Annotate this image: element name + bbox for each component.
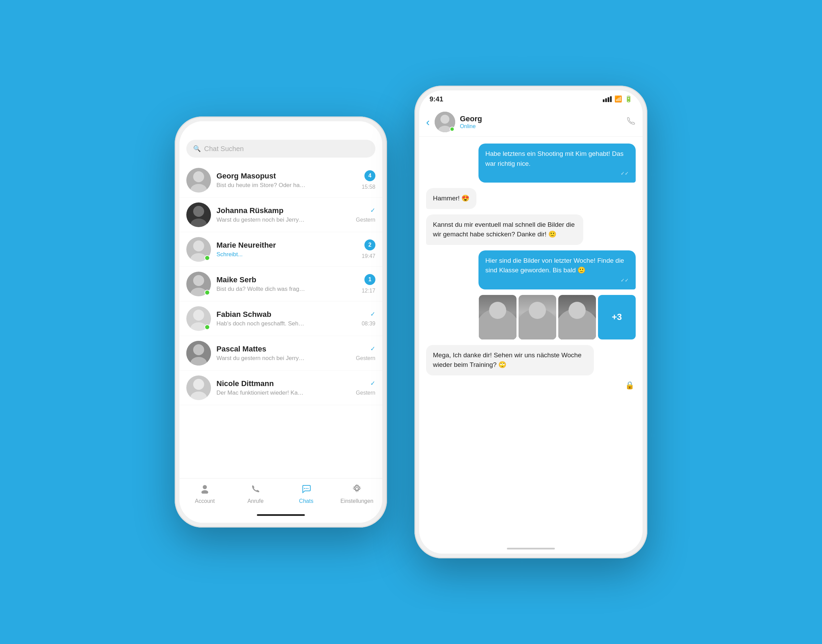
avatar-wrap-maike — [186, 271, 211, 296]
chat-meta-fabian: ✓ 08:39 — [362, 310, 375, 327]
svg-point-0 — [193, 171, 204, 182]
svg-point-8 — [193, 310, 204, 320]
chat-item-johanna[interactable]: Johanna Rüskamp Warst du gestern noch be… — [179, 198, 382, 232]
photo-person-1 — [479, 295, 516, 339]
photo-thumb-2 — [519, 295, 556, 339]
photo-thumb-1 — [479, 295, 516, 339]
search-bar[interactable]: 🔍 Chat Suchen — [186, 140, 375, 158]
online-dot-fabian — [205, 324, 210, 330]
chat-content-pascal: Pascal Mattes Warst du gestern noch bei … — [216, 345, 351, 362]
check-icon-nicole: ✓ — [370, 380, 375, 387]
chat-name-johanna: Johanna Rüskamp — [216, 206, 351, 215]
chat-name-maike: Maike Serb — [216, 275, 356, 284]
chat-item-georg[interactable]: Georg Masopust Bist du heute im Store? O… — [179, 163, 382, 198]
chat-time-nicole: Gestern — [356, 390, 375, 396]
msg-out-2: Hier sind die Bilder von letzter Woche! … — [479, 250, 636, 290]
msg-in-1: Hammer! 😍 — [426, 188, 476, 209]
avatar-wrap-georg — [186, 168, 211, 193]
chat-content-nicole: Nicole Dittmann Der Mac funktioniert wie… — [216, 379, 351, 396]
tab-chats[interactable]: Chats — [281, 484, 332, 504]
back-button[interactable]: ‹ — [426, 116, 430, 129]
chat-name-pascal: Pascal Mattes — [216, 345, 351, 354]
chat-name-georg: Georg Masopust — [216, 172, 356, 181]
avatar-johanna — [186, 202, 211, 227]
tab-account-label: Account — [195, 498, 215, 504]
phone-1-screen: 🔍 Chat Suchen Georg Masop — [179, 121, 382, 523]
chat-item-nicole[interactable]: Nicole Dittmann Der Mac funktioniert wie… — [179, 371, 382, 405]
chat-name-nicole: Nicole Dittmann — [216, 379, 351, 388]
chat-icon — [302, 484, 311, 496]
phone-icon — [251, 484, 260, 496]
search-container: 🔍 Chat Suchen — [179, 136, 382, 163]
avatar-wrap-marie — [186, 237, 211, 262]
tab-einstellungen-label: Einstellungen — [340, 498, 373, 504]
phone-2-screen: 9:41 📶 🔋 ‹ — [419, 90, 643, 554]
chat-preview-maike: Bist du da? Wollte dich was fragen bezüg… — [216, 286, 306, 293]
chat-time-fabian: 08:39 — [362, 320, 375, 327]
chat-time-marie: 19:47 — [362, 253, 375, 259]
msg-text-5: Mega, Ich danke dir! Sehen wir uns nächs… — [433, 351, 582, 369]
chat-content-marie: Marie Neureither Schreibt... — [216, 241, 356, 258]
svg-point-4 — [193, 241, 204, 251]
header-info: Georg Online — [460, 114, 621, 129]
chat-detail-screen: 9:41 📶 🔋 ‹ — [419, 90, 643, 554]
chat-item-maike[interactable]: Maike Serb Bist du da? Wollte dich was f… — [179, 267, 382, 301]
chat-preview-marie: Schreibt... — [216, 251, 306, 258]
header-avatar-wrap — [435, 112, 455, 132]
msg-in-last: Mega, Ich danke dir! Sehen wir uns nächs… — [426, 345, 594, 376]
messages-area: Habe letztens ein Shooting mit Kim gehab… — [419, 136, 643, 543]
svg-point-19 — [308, 488, 309, 489]
chat-preview-fabian: Hab's doch noch geschafft. Sehen uns dan… — [216, 320, 306, 327]
tab-bar: Account Anrufe Chats — [179, 478, 382, 523]
chat-header: ‹ Georg Online — [419, 107, 643, 136]
photo-person-3 — [558, 295, 596, 339]
photo-thumb-3 — [558, 295, 596, 339]
scene: 🔍 Chat Suchen Georg Masop — [0, 0, 822, 644]
signal-icon — [603, 96, 612, 102]
chat-meta-pascal: ✓ Gestern — [356, 345, 375, 361]
svg-point-3 — [190, 219, 207, 227]
home-bar-2 — [419, 543, 643, 554]
chat-time-pascal: Gestern — [356, 355, 375, 361]
wifi-icon: 📶 — [614, 95, 622, 103]
battery-icon: 🔋 — [625, 95, 632, 103]
check-icon-pascal: ✓ — [370, 345, 375, 353]
msg-in-2: Kannst du mir eventuell mal schnell die … — [426, 215, 583, 245]
chat-item-fabian[interactable]: Fabian Schwab Hab's doch noch geschafft.… — [179, 301, 382, 336]
status-time: 9:41 — [430, 95, 443, 103]
chat-name-marie: Marie Neureither — [216, 241, 356, 250]
gear-icon — [352, 484, 362, 496]
badge-maike: 1 — [364, 274, 375, 285]
photo-grid: +3 — [479, 295, 636, 339]
svg-point-11 — [193, 344, 204, 355]
chat-preview-nicole: Der Mac funktioniert wieder! Kannst ihn … — [216, 389, 306, 396]
chat-content-georg: Georg Masopust Bist du heute im Store? O… — [216, 172, 356, 189]
svg-point-20 — [355, 488, 358, 490]
avatar-nicole — [186, 376, 211, 400]
online-dot-marie — [205, 255, 210, 261]
home-indicator-1 — [257, 514, 305, 516]
tab-anrufe[interactable]: Anrufe — [230, 484, 281, 504]
search-placeholder: Chat Suchen — [204, 145, 244, 153]
msg-text-2: Hammer! 😍 — [433, 195, 470, 202]
svg-point-22 — [441, 115, 449, 124]
tab-chats-label: Chats — [299, 498, 314, 504]
svg-point-14 — [190, 391, 207, 400]
chat-item-marie[interactable]: Marie Neureither Schreibt... 2 19:47 — [179, 232, 382, 267]
chat-content-johanna: Johanna Rüskamp Warst du gestern noch be… — [216, 206, 351, 223]
phone-chat-detail: 9:41 📶 🔋 ‹ — [415, 86, 647, 558]
svg-point-2 — [193, 206, 204, 217]
person-icon — [200, 484, 210, 496]
tab-account[interactable]: Account — [179, 484, 230, 504]
svg-point-18 — [306, 488, 307, 489]
status-icons: 📶 🔋 — [603, 95, 632, 103]
chat-item-pascal[interactable]: Pascal Mattes Warst du gestern noch bei … — [179, 336, 382, 371]
call-button[interactable] — [626, 116, 636, 128]
avatar-georg — [186, 168, 211, 193]
chat-time-johanna: Gestern — [356, 217, 375, 223]
svg-point-15 — [203, 485, 207, 489]
online-dot-maike — [205, 290, 210, 295]
tab-einstellungen[interactable]: Einstellungen — [332, 484, 382, 504]
chat-preview-georg: Bist du heute im Store? Oder hast du die… — [216, 182, 306, 189]
lock-icon: 🔒 — [625, 381, 634, 390]
